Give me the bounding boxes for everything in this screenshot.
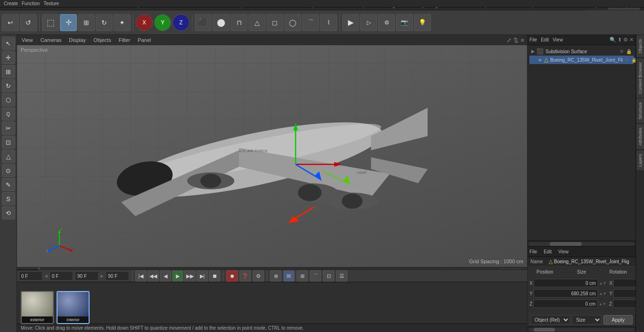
goto-end-btn[interactable]: ▶| [197,270,208,282]
spline-tool-side[interactable]: ⊙ [2,164,15,177]
magnet-tool[interactable]: ⟲ [2,206,15,219]
attr-scrollbar-thumb[interactable] [534,328,555,332]
rotate-tool-side[interactable]: ↻ [2,79,15,92]
attr-file-menu[interactable]: File [529,249,537,254]
cube-btn[interactable]: ⬛ [195,14,212,31]
frame-left-input[interactable] [50,271,73,281]
attr-scrollbar[interactable] [528,326,636,332]
record-btn[interactable]: ⏺ [226,270,238,282]
vp-objects-menu[interactable]: Objects [91,36,113,44]
objects-scrollbar-track[interactable] [528,242,635,246]
step-back-btn[interactable]: ◀◀ [148,270,159,282]
undo-button[interactable]: ↩ [2,14,19,31]
right-edit-menu[interactable]: Edit [541,37,549,42]
vert-tab-objects[interactable]: Objects [636,35,644,58]
paint-tool[interactable]: Q [2,107,15,121]
x-axis-btn[interactable]: X [136,14,153,31]
vert-tab-attributes[interactable]: Attributes [636,123,644,150]
vp-view-menu[interactable]: View [20,36,35,44]
tree-expand-icon-2[interactable]: ▶ [539,57,542,62]
vp-display-menu[interactable]: Display [67,36,88,44]
vert-tab-structure[interactable]: Structure [636,98,644,124]
pos-x-spinner[interactable]: ▲▼ [599,281,607,285]
torus-btn[interactable]: ◯ [284,14,301,31]
create-tool[interactable]: ✦ [114,14,131,31]
redo-button[interactable]: ↺ [20,14,37,31]
y-axis-btn[interactable]: Y [154,14,171,31]
tree-vis-1[interactable]: 👁 [619,49,624,54]
light-btn[interactable]: 💡 [414,14,431,31]
pen-tool[interactable]: ✎ [2,178,15,191]
vp-filter-menu[interactable]: Filter [117,36,132,44]
range-mode-btn[interactable]: ⊡ [323,270,334,282]
ik-mode-btn[interactable]: IK [283,270,295,282]
render-btn[interactable]: ▶ [342,14,359,31]
scene-canvas[interactable]: U.S. AIR FORCE USAF [17,35,527,267]
motion-mode-btn[interactable]: ⊕ [270,270,281,282]
scale-tool-side[interactable]: ⊞ [2,65,15,78]
attr-scrollbar-track[interactable] [528,328,635,332]
play-back-btn[interactable]: ◀ [160,270,171,282]
size-dropdown[interactable]: Size Scale [572,315,602,324]
objects-scrollbar-thumb[interactable] [550,242,582,246]
tree-expand-icon[interactable]: ▶ [531,49,535,54]
auto-key-btn[interactable]: ❓ [239,270,251,282]
mat-exterior[interactable]: exterior [21,291,54,324]
rotate-tool[interactable]: ↻ [96,14,113,31]
key-settings-btn[interactable]: ⚙ [253,270,264,282]
render-window-btn[interactable]: ▷ [360,14,377,31]
polygon-tool[interactable]: △ [2,150,15,163]
attr-view-menu[interactable]: View [558,249,569,254]
goto-start-btn[interactable]: |◀ [135,270,147,282]
sphere-btn[interactable]: ⬤ [213,14,230,31]
tree-lock-1[interactable]: 🔒 [626,49,632,54]
move-tool[interactable]: ✛ [60,14,77,31]
right-view-menu[interactable]: View [553,37,563,42]
panel-search-icon[interactable]: 🔍 [610,37,616,43]
frame-right-input[interactable] [75,271,99,281]
frame-end-input[interactable] [106,271,129,281]
knife-tool[interactable]: ✂ [2,121,15,135]
camera-btn[interactable]: 📷 [396,14,413,31]
pos-y-spinner[interactable]: ▲▼ [599,292,607,296]
panel-close-icon[interactable]: ✕ [629,37,634,43]
vp-settings-icon[interactable]: ≡ [520,37,524,44]
play-btn[interactable]: ▶ [172,270,183,282]
curve-mode-btn[interactable]: ⌒ [310,270,321,282]
objects-scrollbar[interactable] [528,241,636,246]
render-settings-btn[interactable]: ⚙ [378,14,395,31]
vp-sync-icon[interactable]: ⇅ [513,37,519,44]
cursor-tool[interactable]: ↖ [2,37,15,50]
tree-lock-2[interactable]: 🔒 [631,57,636,63]
coord-dropdown[interactable]: Object (Rel) World [530,315,570,324]
stop-btn[interactable]: ⏹ [209,270,220,282]
vert-tab-content[interactable]: Content Browser [636,58,644,98]
apply-button[interactable]: Apply [603,315,633,324]
spline-btn[interactable]: ⌒ [302,14,319,31]
select-tool[interactable]: ⬚ [42,14,59,31]
right-file-menu[interactable]: File [529,37,537,42]
tree-item-boeing[interactable]: ▶ △ Boeing_RC_135W_Rivet_Joint_Fli 👁 🔒 [529,56,634,64]
mat-interior[interactable]: interior [57,291,90,324]
vert-tab-layers[interactable]: Layers [636,150,644,171]
scale-tool[interactable]: ⊞ [78,14,95,31]
z-axis-btn[interactable]: Z [173,14,190,31]
cone-btn[interactable]: △ [248,14,265,31]
sculpt-tool[interactable]: S [2,192,15,205]
tree-vis-2[interactable]: 👁 [625,57,629,63]
pos-y-input[interactable] [534,289,598,298]
key-mode-btn[interactable]: ⊞ [297,270,308,282]
bridge-tool[interactable]: ⊡ [2,136,15,149]
pos-z-spinner[interactable]: ▲▼ [599,302,606,306]
poly-tool[interactable]: ⬡ [2,93,15,106]
nurbs-btn[interactable]: ⌇ [320,14,337,31]
cylinder-btn[interactable]: ⊓ [231,14,248,31]
frame-start-input[interactable] [19,271,42,281]
panel-up-icon[interactable]: ⬆ [618,37,622,43]
panel-settings-icon[interactable]: ⚙ [623,37,628,43]
timeline-layout-btn[interactable]: ☰ [336,270,347,282]
vp-cameras-menu[interactable]: Cameras [39,36,64,44]
attr-edit-menu[interactable]: Edit [544,249,552,254]
move-tool-side[interactable]: ✛ [2,51,15,64]
pos-x-input[interactable] [534,279,598,287]
